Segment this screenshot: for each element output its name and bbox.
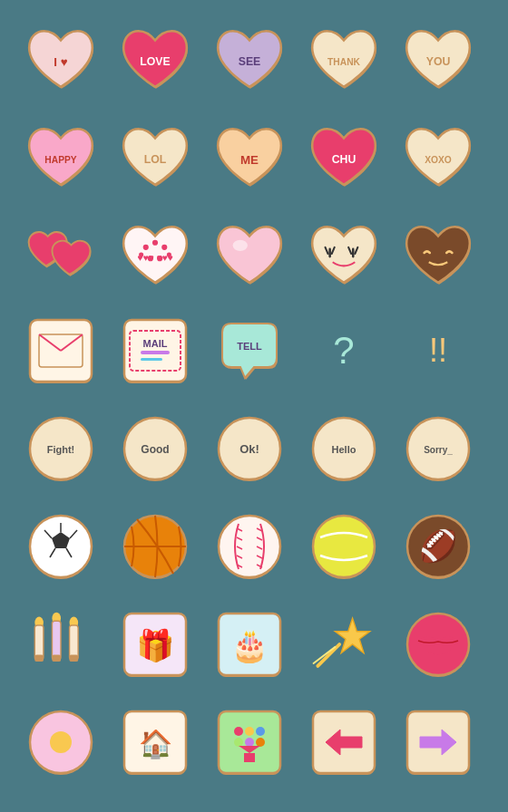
sticker-lol[interactable]: LOL	[116, 116, 194, 194]
svg-line-95	[318, 644, 339, 666]
sticker-polka-heart[interactable]: ♥♥♥ ♥♥♥	[116, 214, 194, 292]
svg-point-116	[234, 738, 243, 747]
svg-point-115	[256, 727, 265, 736]
svg-point-63	[219, 516, 280, 577]
sticker-lips[interactable]	[399, 605, 477, 683]
svg-text:LOVE: LOVE	[140, 55, 170, 68]
sticker-envelope[interactable]	[22, 312, 100, 390]
svg-text:🎂: 🎂	[230, 627, 269, 664]
svg-rect-120	[244, 753, 255, 762]
svg-rect-83	[52, 621, 61, 660]
sticker-double-heart[interactable]	[22, 214, 100, 292]
svg-text:TELL: TELL	[237, 341, 262, 352]
sticker-gift[interactable]: 🎁	[116, 605, 194, 683]
svg-text:Ok!: Ok!	[239, 442, 259, 456]
svg-point-13	[161, 245, 167, 250]
svg-rect-34	[141, 351, 170, 354]
sticker-grid: I ♥ LOVE	[7, 4, 501, 808]
sticker-eyelash-heart[interactable]	[305, 214, 383, 292]
svg-text:Sorry_: Sorry_	[424, 445, 453, 455]
svg-rect-81	[34, 654, 44, 662]
svg-text:YOU: YOU	[426, 55, 451, 68]
sticker-dark-heart[interactable]	[399, 214, 477, 292]
svg-rect-87	[70, 654, 79, 662]
svg-text:Good: Good	[141, 443, 169, 456]
sticker-fight[interactable]: Fight!	[22, 410, 100, 488]
svg-text:ME: ME	[240, 153, 259, 167]
sticker-candles[interactable]	[22, 605, 100, 683]
svg-rect-35	[141, 358, 162, 361]
sticker-flower[interactable]	[22, 703, 100, 781]
sticker-tell[interactable]: TELL	[210, 312, 288, 390]
sticker-house[interactable]: 🏠	[116, 703, 194, 781]
sticker-basketball[interactable]	[116, 508, 194, 585]
sticker-love[interactable]: LOVE	[116, 18, 194, 96]
sticker-xoxo[interactable]: XOXO	[399, 116, 477, 194]
svg-point-118	[256, 738, 265, 747]
sticker-down-arrow[interactable]	[210, 703, 288, 781]
sticker-ok[interactable]: Ok!	[210, 410, 288, 488]
sticker-cake[interactable]: 🎂	[210, 605, 288, 683]
svg-point-114	[245, 727, 254, 736]
svg-text:XOXO: XOXO	[425, 155, 452, 165]
svg-point-18	[233, 240, 248, 251]
svg-text:🏠: 🏠	[139, 728, 173, 760]
sticker-pink-heart[interactable]	[210, 214, 288, 292]
sticker-right-arrow[interactable]	[399, 703, 477, 781]
svg-text:I ♥: I ♥	[54, 55, 67, 69]
svg-point-75	[313, 516, 375, 577]
svg-point-12	[152, 240, 158, 246]
svg-text:THANK: THANK	[327, 57, 360, 67]
svg-text:🏈: 🏈	[419, 527, 458, 565]
sticker-chu[interactable]: CHU	[305, 116, 383, 194]
sticker-you[interactable]: YOU	[399, 18, 477, 96]
svg-text:CHU: CHU	[332, 153, 357, 166]
svg-point-117	[245, 738, 254, 747]
svg-point-17	[167, 252, 171, 256]
svg-text:SEE: SEE	[239, 55, 261, 68]
sticker-good[interactable]: Good	[116, 410, 194, 488]
sticker-question[interactable]: ?	[305, 312, 383, 390]
sticker-sorry[interactable]: Sorry_	[399, 410, 477, 488]
sticker-hello[interactable]: Hello	[305, 410, 383, 488]
svg-point-11	[143, 245, 149, 250]
sticker-i-love[interactable]: I ♥	[22, 18, 100, 96]
sticker-happy[interactable]: HAPPY	[22, 116, 100, 194]
svg-point-16	[157, 256, 162, 261]
sticker-exclaim[interactable]: !!	[399, 312, 477, 390]
svg-text:MAIL: MAIL	[143, 338, 168, 349]
svg-point-14	[139, 252, 143, 256]
sticker-mail[interactable]: MAIL	[116, 312, 194, 390]
svg-point-113	[234, 727, 243, 736]
sticker-soccer[interactable]	[22, 508, 100, 585]
svg-point-107	[50, 731, 72, 753]
svg-text:Fight!: Fight!	[47, 444, 75, 455]
sticker-football[interactable]: 🏈	[399, 508, 477, 585]
svg-text:LOL: LOL	[144, 153, 167, 166]
sticker-see[interactable]: SEE	[210, 18, 288, 96]
svg-rect-84	[52, 654, 61, 662]
sticker-tennis[interactable]	[305, 508, 383, 585]
sticker-baseball[interactable]	[210, 508, 288, 585]
svg-text:Hello: Hello	[332, 444, 357, 455]
sticker-shooting-star[interactable]	[305, 605, 383, 683]
svg-text:🎁: 🎁	[136, 627, 175, 664]
sticker-thank[interactable]: THANK	[305, 18, 383, 96]
svg-marker-94	[335, 618, 369, 652]
sticker-me[interactable]: ME	[210, 116, 288, 194]
sticker-left-arrow[interactable]	[305, 703, 383, 781]
svg-text:HAPPY: HAPPY	[44, 155, 76, 165]
svg-point-15	[148, 256, 153, 261]
